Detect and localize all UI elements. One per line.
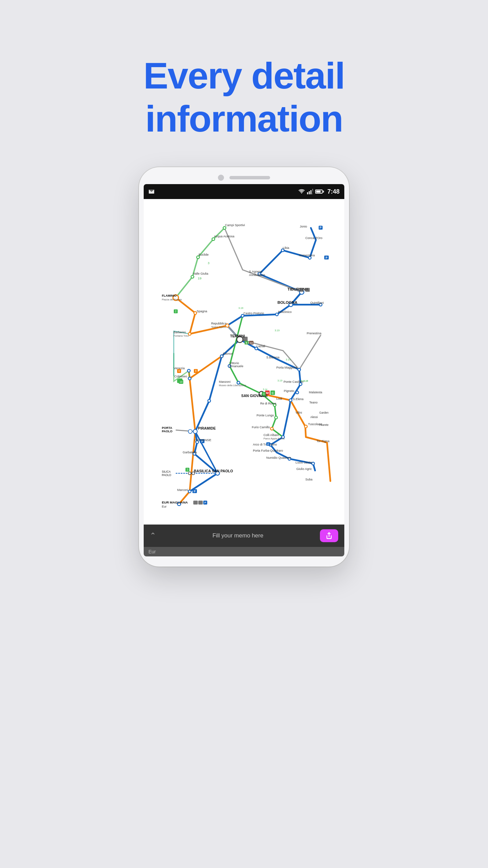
svg-text:Cavour: Cavour — [223, 352, 233, 355]
svg-text:Campi Sportivi: Campi Sportivi — [225, 223, 245, 227]
svg-text:S.Bibiana: S.Bibiana — [266, 356, 280, 359]
svg-point-67 — [188, 490, 191, 493]
svg-text:OSTIENSE: OSTIENSE — [195, 438, 211, 442]
svg-text:Laziali: Laziali — [257, 344, 265, 348]
svg-text:P: P — [267, 443, 269, 446]
svg-rect-175 — [198, 500, 203, 505]
svg-text:SILICA: SILICA — [162, 470, 171, 473]
svg-text:Libia: Libia — [283, 246, 289, 250]
svg-point-13 — [208, 399, 210, 402]
svg-text:P: P — [194, 490, 196, 493]
svg-text:Tuscolana: Tuscolana — [308, 422, 322, 426]
svg-text:Porta Furba-Quadraro: Porta Furba-Quadraro — [253, 449, 283, 452]
svg-text:Manzoni: Manzoni — [219, 380, 230, 383]
svg-text:Annibaliano: Annibaliano — [249, 273, 265, 277]
svg-text:5: 5 — [246, 341, 247, 344]
svg-point-33 — [212, 238, 215, 240]
svg-text:Ponte Casilino: Ponte Casilino — [284, 380, 303, 383]
svg-text:Repubblica: Repubblica — [211, 322, 227, 325]
svg-text:3.19: 3.19 — [274, 329, 279, 332]
phone-frame: 7:48 — [139, 167, 349, 567]
svg-text:Spagna: Spagna — [197, 310, 207, 313]
svg-text:Lodi: Lodi — [276, 397, 282, 400]
svg-rect-139 — [299, 288, 304, 292]
svg-text:Conca d'Oro: Conca d'Oro — [305, 236, 322, 240]
svg-point-39 — [274, 416, 277, 419]
svg-point-71 — [304, 425, 307, 428]
svg-text:Ponte Lungo: Ponte Lungo — [257, 414, 274, 417]
svg-text:Prenestina: Prenestina — [307, 332, 322, 335]
svg-point-32 — [223, 226, 226, 229]
svg-text:PORTA: PORTA — [162, 426, 172, 430]
svg-text:8: 8 — [178, 370, 180, 373]
svg-text:Colli Albani: Colli Albani — [264, 433, 279, 437]
svg-text:19: 19 — [198, 276, 202, 280]
memo-text[interactable]: Fill your memo here — [159, 532, 317, 539]
svg-point-66 — [188, 472, 191, 475]
svg-text:Garden: Garden — [319, 411, 329, 414]
svg-rect-4 — [310, 190, 311, 194]
svg-text:Lucio Sestio: Lucio Sestio — [296, 461, 312, 464]
svg-point-40 — [270, 427, 273, 430]
svg-text:Colosseo: Colosseo — [174, 375, 187, 378]
share-icon — [325, 532, 333, 539]
svg-text:S.Elena: S.Elena — [293, 397, 304, 401]
svg-text:P: P — [320, 226, 322, 229]
status-right: 7:48 — [298, 188, 340, 195]
svg-text:Tor Pigna: Tor Pigna — [317, 439, 330, 443]
svg-text:Giulio Agric: Giulio Agric — [297, 467, 312, 471]
metro-map[interactable]: M C P — [144, 199, 344, 525]
svg-point-27 — [289, 399, 292, 401]
svg-text:Nomentana: Nomentana — [299, 254, 315, 257]
phone-top-bar — [144, 175, 344, 181]
svg-text:Policlinico: Policlinico — [278, 310, 291, 314]
svg-text:Emanuele: Emanuele — [229, 364, 243, 368]
share-button[interactable] — [320, 529, 338, 542]
svg-text:Furio Camillo: Furio Camillo — [252, 426, 270, 429]
svg-text:BOLOGNA: BOLOGNA — [278, 300, 298, 304]
svg-text:Re di Roma: Re di Roma — [260, 402, 277, 405]
notification-icon — [148, 189, 155, 195]
svg-text:PAOLO: PAOLO — [162, 430, 172, 433]
phone-camera — [218, 175, 224, 181]
svg-text:3.19: 3.19 — [239, 307, 243, 310]
svg-text:Jonio: Jonio — [300, 225, 307, 228]
svg-text:Valle Giulia: Valle Giulia — [193, 272, 209, 275]
memo-chevron-icon[interactable]: ⌃ — [150, 531, 156, 540]
battery-icon — [315, 190, 324, 194]
svg-text:Barberini: Barberini — [174, 331, 186, 334]
svg-text:14: 14 — [250, 341, 253, 344]
status-bar: 7:48 — [144, 184, 344, 199]
svg-point-26 — [296, 391, 299, 394]
svg-text:5.14: 5.14 — [263, 388, 267, 391]
svg-text:S.Agnese: S.Agnese — [249, 270, 262, 273]
svg-text:Vittorio: Vittorio — [229, 361, 239, 365]
svg-text:3: 3 — [263, 393, 265, 396]
svg-text:P: P — [204, 501, 206, 504]
svg-text:Fontana Trevi: Fontana Trevi — [174, 334, 189, 337]
svg-text:19: 19 — [180, 380, 182, 383]
bottom-bar[interactable]: ⌃ Fill your memo here — [144, 525, 344, 547]
svg-text:Eur: Eur — [162, 505, 166, 508]
svg-text:Parco Appia Antica: Parco Appia Antica — [264, 437, 285, 440]
svg-text:2: 2 — [175, 310, 177, 313]
svg-text:8: 8 — [195, 370, 197, 373]
svg-point-48 — [220, 355, 223, 357]
svg-text:Malatesta: Malatesta — [309, 391, 323, 394]
svg-text:BASILICA SAN PAOLO: BASILICA SAN PAOLO — [194, 469, 233, 473]
svg-rect-3 — [309, 191, 310, 194]
svg-text:Museo della Liberazione: Museo della Liberazione — [219, 384, 246, 387]
svg-text:Teatro Opera: Teatro Opera — [211, 326, 226, 329]
svg-point-34 — [197, 256, 199, 259]
phone-speaker — [229, 176, 270, 179]
svg-text:3: 3 — [187, 468, 188, 471]
wifi-icon — [298, 189, 305, 194]
signal-icon — [307, 189, 313, 194]
svg-text:Piazza del Popolo: Piazza del Popolo — [162, 298, 182, 301]
svg-rect-2 — [307, 192, 308, 194]
svg-text:Garbatella: Garbatella — [183, 451, 197, 454]
svg-text:Acqua Acetosa: Acqua Acetosa — [214, 235, 235, 238]
svg-text:3: 3 — [208, 261, 209, 265]
svg-point-49 — [188, 377, 191, 380]
svg-text:FLAMINIO: FLAMINIO — [162, 294, 177, 297]
